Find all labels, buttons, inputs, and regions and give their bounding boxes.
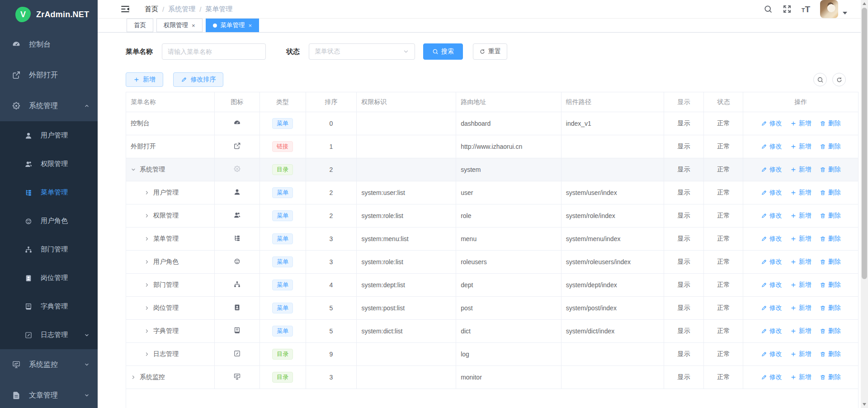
external-link-icon <box>233 142 241 150</box>
expand-row-icon[interactable] <box>144 259 150 265</box>
sidebar-collapse-icon[interactable] <box>120 4 130 14</box>
row-pencil-action[interactable]: 修改 <box>761 235 782 243</box>
row-trash-action[interactable]: 删除 <box>820 142 841 151</box>
tab-item[interactable]: 权限管理× <box>156 19 203 32</box>
row-plus-action[interactable]: 新增 <box>790 235 811 243</box>
sidebar-item-tree-menu[interactable]: 菜单管理 <box>0 178 98 207</box>
sidebar-item-log-edit[interactable]: 日志管理 <box>0 321 98 349</box>
row-pencil-action[interactable]: 修改 <box>761 281 782 289</box>
cell-order: 3 <box>306 251 357 273</box>
row-pencil-action[interactable]: 修改 <box>761 327 782 335</box>
row-pencil-action[interactable]: 修改 <box>761 304 782 312</box>
scrollbar-thumb[interactable] <box>862 8 867 279</box>
menu-name-text: 系统管理 <box>140 166 165 174</box>
app-logo[interactable]: V ZrAdmin.NET <box>0 0 98 29</box>
row-pencil-action[interactable]: 修改 <box>761 258 782 266</box>
close-icon[interactable]: × <box>249 22 252 29</box>
refresh-table-button[interactable] <box>832 73 846 86</box>
cell-order: 3 <box>306 366 357 389</box>
row-pencil-action[interactable]: 修改 <box>761 166 782 174</box>
row-plus-action[interactable]: 新增 <box>790 258 811 266</box>
expand-row-icon[interactable] <box>144 351 150 357</box>
row-pencil-action[interactable]: 修改 <box>761 212 782 220</box>
breadcrumb-item[interactable]: 首页 <box>145 5 158 14</box>
cell-menu-name: 权限管理 <box>126 204 215 227</box>
cell-menu-name: 控制台 <box>126 112 215 135</box>
row-trash-action[interactable]: 删除 <box>820 189 841 197</box>
sidebar-item-org-tree[interactable]: 部门管理 <box>0 235 98 264</box>
sidebar-item-monitor[interactable]: 系统监控 <box>0 349 98 380</box>
close-icon[interactable]: × <box>192 22 195 29</box>
expand-row-icon[interactable] <box>144 213 150 218</box>
sidebar-item-user[interactable]: 用户管理 <box>0 121 98 150</box>
row-plus-action[interactable]: 新增 <box>790 327 811 335</box>
row-pencil-action[interactable]: 修改 <box>761 373 782 381</box>
row-pencil-action[interactable]: 修改 <box>761 350 782 358</box>
row-plus-action[interactable]: 新增 <box>790 304 811 312</box>
cell-icon <box>215 181 260 204</box>
font-size-icon[interactable]: TT <box>802 5 810 14</box>
fullscreen-icon[interactable] <box>783 5 792 14</box>
cell-component: system/roleusers/index <box>561 251 664 273</box>
type-tag: 菜单 <box>272 280 293 291</box>
cell-path: menu <box>456 228 561 250</box>
reset-button[interactable]: 重置 <box>473 43 507 60</box>
row-trash-action[interactable]: 删除 <box>820 281 841 289</box>
sidebar-item-dict-book[interactable]: 字典管理 <box>0 292 98 321</box>
status-select[interactable]: 菜单状态 <box>309 43 415 60</box>
cell-status: 正常 <box>704 343 743 365</box>
sidebar-submenu: 用户管理权限管理菜单管理用户角色部门管理岗位管理字典管理日志管理 <box>0 121 98 349</box>
trash-icon <box>820 120 826 127</box>
row-pencil-action[interactable]: 修改 <box>761 119 782 128</box>
sidebar-item-dashboard[interactable]: 控制台 <box>0 29 98 60</box>
expand-row-icon[interactable] <box>144 328 150 334</box>
filter-form: 菜单名称 状态 菜单状态 搜索 重置 <box>126 43 868 60</box>
sort-button[interactable]: 修改排序 <box>173 72 223 87</box>
row-plus-action[interactable]: 新增 <box>790 142 811 151</box>
expand-row-icon[interactable] <box>144 190 150 195</box>
row-plus-action[interactable]: 新增 <box>790 189 811 197</box>
row-pencil-action[interactable]: 修改 <box>761 142 782 151</box>
row-trash-action[interactable]: 删除 <box>820 235 841 243</box>
row-pencil-action[interactable]: 修改 <box>761 189 782 197</box>
scroll-up-arrow[interactable] <box>861 0 868 7</box>
row-plus-action[interactable]: 新增 <box>790 119 811 128</box>
sidebar-item-article[interactable]: 文章管理 <box>0 380 98 408</box>
row-trash-action[interactable]: 删除 <box>820 327 841 335</box>
row-trash-action[interactable]: 删除 <box>820 119 841 128</box>
search-button[interactable]: 搜索 <box>423 43 463 60</box>
logo-badge: V <box>20 10 26 19</box>
expand-row-icon[interactable] <box>131 375 136 380</box>
tree-menu-icon <box>24 189 33 197</box>
expand-row-icon[interactable] <box>144 236 150 242</box>
tab-item[interactable]: 菜单管理× <box>206 19 259 32</box>
scroll-down-arrow[interactable] <box>861 401 868 408</box>
row-plus-action[interactable]: 新增 <box>790 281 811 289</box>
row-plus-action[interactable]: 新增 <box>790 166 811 174</box>
row-trash-action[interactable]: 删除 <box>820 373 841 381</box>
add-button[interactable]: 新增 <box>126 72 163 87</box>
row-trash-action[interactable]: 删除 <box>820 258 841 266</box>
sidebar-item-external-link[interactable]: 外部打开 <box>0 60 98 90</box>
cell-perms: system:dict:list <box>357 320 456 342</box>
row-trash-action[interactable]: 删除 <box>820 304 841 312</box>
row-plus-action[interactable]: 新增 <box>790 212 811 220</box>
caret-down-icon[interactable] <box>843 12 847 14</box>
row-trash-action[interactable]: 删除 <box>820 166 841 174</box>
collapse-row-icon[interactable] <box>131 167 136 172</box>
expand-row-icon[interactable] <box>144 305 150 311</box>
search-icon[interactable] <box>764 5 773 14</box>
sidebar-item-badge[interactable]: 岗位管理 <box>0 264 98 292</box>
row-trash-action[interactable]: 删除 <box>820 350 841 358</box>
row-plus-action[interactable]: 新增 <box>790 373 811 381</box>
user-avatar[interactable] <box>820 0 838 18</box>
expand-row-icon[interactable] <box>144 282 150 288</box>
sidebar-item-gear[interactable]: 系统管理 <box>0 90 98 121</box>
menu-name-input[interactable] <box>162 43 266 60</box>
show-search-button[interactable] <box>813 73 827 86</box>
sidebar-item-robot[interactable]: 用户角色 <box>0 207 98 235</box>
row-plus-action[interactable]: 新增 <box>790 350 811 358</box>
row-trash-action[interactable]: 删除 <box>820 212 841 220</box>
tab-item[interactable]: 首页 <box>127 19 153 32</box>
sidebar-item-users[interactable]: 权限管理 <box>0 150 98 178</box>
